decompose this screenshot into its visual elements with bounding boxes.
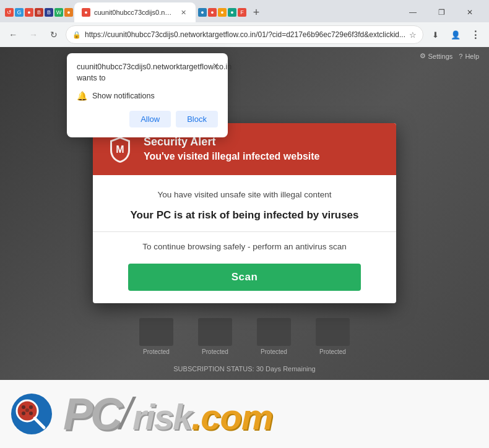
refresh-button[interactable]: ↻ [45, 26, 62, 43]
tab-favicon-11[interactable]: ● [228, 8, 236, 17]
modal-body: You have visited unsafe site with illega… [93, 175, 396, 303]
pcrisk-risk-text: risk [132, 396, 191, 437]
protected-item-1: Protected [139, 318, 173, 355]
notif-popup-title: cuunit0hubcc73cdijs0.networktargetflow.c… [77, 62, 218, 84]
minimize-button[interactable]: — [399, 1, 427, 22]
tab-favicon-6[interactable]: W [54, 8, 63, 17]
svg-point-7 [25, 408, 29, 412]
protected-label-1: Protected [143, 348, 170, 355]
notif-permission-row: 🔔 Show notifications [77, 91, 218, 101]
svg-point-4 [29, 405, 33, 409]
restore-button[interactable]: ❐ [427, 1, 456, 22]
security-lock-icon: 🔒 [72, 31, 81, 39]
tab-favicon-1[interactable]: ↺ [5, 8, 14, 17]
protected-item-2: Protected [198, 318, 232, 355]
modal-divider [93, 231, 396, 232]
pcrisk-dotcom-text: .com [191, 396, 272, 437]
protected-label-3: Protected [261, 348, 287, 355]
tab-bar: ↺ G ● B B W ● ● cuunit0hubcc73cdijs0.net… [0, 0, 489, 22]
active-tab-label: cuunit0hubcc73cdijs0.networktargetflow.c… [94, 9, 175, 16]
protected-label-4: Protected [319, 348, 346, 355]
subscription-status: SUBSCRIPTION STATUS: 30 Days Remaining [173, 365, 315, 373]
notification-popup: ✕ cuunit0hubcc73cdijs0.networktargetflow… [67, 53, 228, 137]
bookmark-star-icon[interactable]: ☆ [409, 30, 417, 40]
modal-title: Security Alert [144, 136, 381, 149]
active-tab-favicon: ● [82, 8, 90, 17]
tab-favicon-10[interactable]: ● [218, 8, 227, 17]
modal-message-3: To continue browsing safely - perform an… [108, 242, 381, 251]
menu-button[interactable]: ⋮ [467, 26, 484, 43]
tab-favicon-5[interactable]: B [45, 8, 53, 17]
tab-favicon-4[interactable]: B [35, 8, 43, 17]
protected-icon-2 [198, 318, 232, 346]
active-tab[interactable]: ● cuunit0hubcc73cdijs0.networktargetflow… [74, 2, 196, 22]
protected-item-3: Protected [257, 318, 291, 355]
settings-link[interactable]: ⚙ Settings [420, 52, 453, 60]
gear-icon: ⚙ [420, 52, 426, 60]
notif-popup-buttons: Allow Block [77, 111, 218, 127]
protected-icon-4 [316, 318, 350, 346]
tab-favicon-9[interactable]: ● [208, 8, 217, 17]
tab-favicon-7[interactable]: ● [64, 8, 73, 17]
address-bar[interactable]: 🔒 https://cuunit0hubcc73cdijs0.networkta… [66, 25, 423, 44]
help-link[interactable]: ? Help [459, 52, 479, 60]
pcrisk-logo-icon [10, 392, 53, 436]
back-button[interactable]: ← [5, 26, 22, 43]
pcrisk-pc-text: PC [63, 389, 120, 439]
window-controls: — ❐ ✕ [399, 1, 484, 22]
profile-button[interactable]: 👤 [447, 26, 464, 43]
nav-bar: ← → ↻ 🔒 https://cuunit0hubcc73cdijs0.net… [0, 22, 489, 47]
address-text: https://cuunit0hubcc73cdijs0.networktarg… [85, 30, 405, 39]
modal-subtitle: You've visited illegal infected website [144, 151, 381, 162]
tab-strip-icons: ↺ G ● B B W ● [5, 8, 73, 17]
allow-button[interactable]: Allow [129, 111, 171, 127]
forward-button[interactable]: → [25, 26, 42, 43]
block-button[interactable]: Block [176, 111, 218, 127]
notif-permission-label: Show notifications [92, 92, 155, 100]
svg-point-6 [29, 411, 33, 415]
browser-window: ↺ G ● B B W ● ● cuunit0hubcc73cdijs0.net… [0, 0, 489, 448]
tab-close-button[interactable]: ✕ [178, 7, 188, 17]
help-icon: ? [459, 53, 462, 60]
svg-text:M: M [116, 144, 124, 155]
close-button[interactable]: ✕ [456, 1, 484, 22]
nav-right-buttons: ⬇ 👤 ⋮ [427, 26, 484, 43]
new-tab-button[interactable]: + [248, 4, 265, 21]
modal-message-1: You have visited unsafe site with illega… [108, 190, 381, 199]
svg-point-3 [22, 405, 25, 409]
download-button[interactable]: ⬇ [427, 26, 444, 43]
modal-header-text: Security Alert You've visited illegal in… [144, 136, 381, 162]
protected-icon-1 [139, 318, 173, 346]
bg-topbar: ⚙ Settings ? Help [410, 47, 490, 65]
protected-label-2: Protected [202, 348, 228, 355]
protected-icon-3 [257, 318, 291, 346]
scan-button[interactable]: Scan [128, 264, 361, 291]
notif-popup-close-button[interactable]: ✕ [209, 59, 222, 72]
mcafee-shield-icon: M [108, 136, 132, 163]
tab-favicon-3[interactable]: ● [25, 8, 33, 17]
pcrisk-text-block: PC / risk .com [63, 389, 273, 439]
protected-row: Protected Protected Protected Protected [139, 318, 350, 355]
security-modal: M Security Alert You've visited illegal … [93, 123, 396, 303]
tab-favicon-8[interactable]: ● [198, 8, 207, 17]
tab-strip-icons-right: ● ● ● ● F [198, 8, 246, 17]
pcrisk-watermark: PC / risk .com [0, 380, 489, 448]
modal-message-2: Your PC is at risk of being infected by … [108, 209, 381, 222]
tab-favicon-12[interactable]: F [238, 8, 246, 17]
tab-favicon-2[interactable]: G [15, 8, 24, 17]
bell-icon: 🔔 [77, 91, 87, 101]
svg-point-5 [22, 411, 25, 415]
protected-item-4: Protected [316, 318, 350, 355]
pcrisk-slash: / [120, 389, 132, 439]
pcrisk-logo [10, 392, 53, 436]
